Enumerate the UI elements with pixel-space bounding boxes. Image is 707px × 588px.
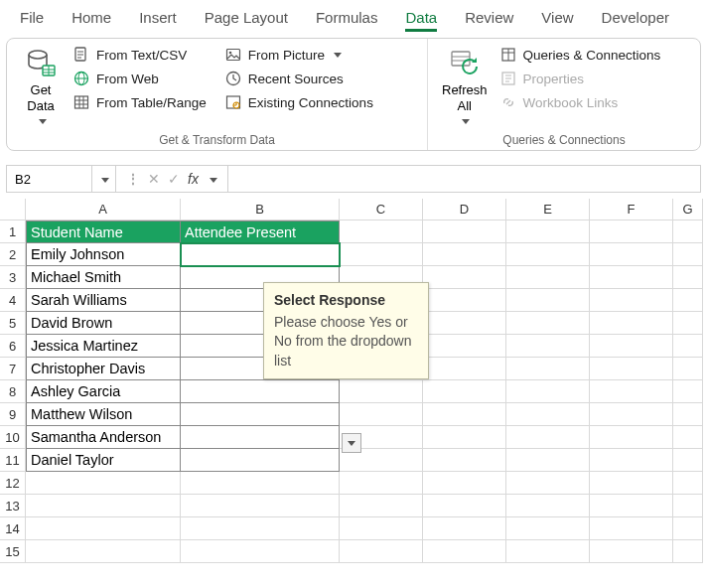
cell[interactable] <box>423 426 506 449</box>
cell[interactable] <box>590 540 673 563</box>
cell[interactable] <box>423 449 506 472</box>
from-picture-button[interactable]: From Picture <box>224 47 373 63</box>
name-box[interactable]: B2 <box>7 166 92 192</box>
cell[interactable] <box>506 426 590 449</box>
cell[interactable] <box>590 380 673 403</box>
col-header-A[interactable]: A <box>26 199 181 220</box>
col-header-E[interactable]: E <box>506 199 590 220</box>
cell[interactable] <box>673 517 703 540</box>
chevron-down-icon[interactable] <box>207 171 217 187</box>
col-header-G[interactable]: G <box>673 199 703 220</box>
cell[interactable] <box>423 243 506 266</box>
queries-connections-button[interactable]: Queries & Connections <box>499 47 661 63</box>
cell[interactable]: Jessica Martinez <box>26 335 181 358</box>
cell-A1[interactable]: Student Name <box>26 220 181 243</box>
cell[interactable] <box>673 312 703 335</box>
cell[interactable] <box>590 472 673 495</box>
cell[interactable] <box>340 517 423 540</box>
cell[interactable] <box>673 335 703 358</box>
cell[interactable] <box>26 540 181 563</box>
cell[interactable] <box>506 540 590 563</box>
col-header-F[interactable]: F <box>590 199 673 220</box>
properties-button[interactable]: Properties <box>499 71 661 86</box>
cell[interactable] <box>423 403 506 426</box>
cell-B1[interactable]: Attendee Present <box>181 220 340 243</box>
cell-B8[interactable] <box>181 380 340 403</box>
cell[interactable] <box>423 472 506 495</box>
row-header[interactable]: 7 <box>0 358 26 380</box>
cell[interactable] <box>673 472 703 495</box>
from-text-csv-button[interactable]: From Text/CSV <box>72 47 207 63</box>
from-web-button[interactable]: From Web <box>72 71 207 86</box>
row-header[interactable]: 4 <box>0 289 26 312</box>
cell[interactable] <box>673 266 703 289</box>
cell[interactable] <box>590 495 673 517</box>
cell[interactable] <box>506 403 590 426</box>
row-header[interactable]: 12 <box>0 472 26 495</box>
row-header[interactable]: 8 <box>0 380 26 403</box>
select-all-corner[interactable] <box>0 199 26 220</box>
cell[interactable] <box>423 517 506 540</box>
cell[interactable] <box>673 449 703 472</box>
cell[interactable] <box>340 403 423 426</box>
cell[interactable]: David Brown <box>26 312 181 335</box>
fx-icon[interactable]: fx <box>188 171 199 187</box>
cell[interactable] <box>506 449 590 472</box>
cell-B11[interactable] <box>181 449 340 472</box>
cell[interactable] <box>673 540 703 563</box>
cell[interactable] <box>590 266 673 289</box>
cancel-icon[interactable]: ✕ <box>148 171 160 187</box>
cell[interactable] <box>506 243 590 266</box>
cell[interactable] <box>340 540 423 563</box>
cell[interactable] <box>590 358 673 380</box>
cell[interactable] <box>673 220 703 243</box>
cell[interactable] <box>423 495 506 517</box>
col-header-C[interactable]: C <box>340 199 423 220</box>
cell[interactable] <box>506 266 590 289</box>
workbook-links-button[interactable]: Workbook Links <box>499 94 661 110</box>
cell[interactable] <box>340 220 423 243</box>
cell[interactable] <box>590 289 673 312</box>
cell[interactable] <box>590 403 673 426</box>
cell[interactable]: Christopher Davis <box>26 358 181 380</box>
row-header[interactable]: 9 <box>0 403 26 426</box>
cell[interactable] <box>181 472 340 495</box>
cell[interactable] <box>506 312 590 335</box>
cell[interactable] <box>423 358 506 380</box>
cell[interactable]: Emily Johnson <box>26 243 181 266</box>
tab-home[interactable]: Home <box>58 5 125 30</box>
name-box-dropdown[interactable] <box>92 166 116 192</box>
more-icon[interactable]: ⋮ <box>126 171 140 187</box>
row-header[interactable]: 13 <box>0 495 26 517</box>
cell[interactable] <box>590 220 673 243</box>
cell[interactable] <box>181 517 340 540</box>
row-header[interactable]: 10 <box>0 426 26 449</box>
cell[interactable] <box>423 540 506 563</box>
cell[interactable] <box>673 426 703 449</box>
cell[interactable] <box>590 335 673 358</box>
tab-insert[interactable]: Insert <box>125 5 191 30</box>
tab-formulas[interactable]: Formulas <box>302 5 392 30</box>
cell[interactable] <box>590 312 673 335</box>
cell[interactable] <box>506 220 590 243</box>
cell[interactable] <box>26 517 181 540</box>
cell[interactable] <box>340 380 423 403</box>
get-data-button[interactable]: GetData <box>15 45 67 131</box>
cell[interactable] <box>423 289 506 312</box>
cell[interactable] <box>673 243 703 266</box>
cell-B9[interactable] <box>181 403 340 426</box>
cell[interactable] <box>506 358 590 380</box>
tab-data[interactable]: Data <box>391 5 451 30</box>
tab-page-layout[interactable]: Page Layout <box>191 5 302 30</box>
cell[interactable]: Daniel Taylor <box>26 449 181 472</box>
row-header[interactable]: 6 <box>0 335 26 358</box>
cell[interactable] <box>340 243 423 266</box>
cell[interactable] <box>423 266 506 289</box>
row-header[interactable]: 3 <box>0 266 26 289</box>
cell-B10[interactable] <box>181 426 340 449</box>
cell[interactable] <box>506 289 590 312</box>
cell[interactable] <box>181 540 340 563</box>
cell[interactable]: Samantha Anderson <box>26 426 181 449</box>
cell[interactable] <box>506 335 590 358</box>
existing-connections-button[interactable]: Existing Connections <box>224 94 373 110</box>
